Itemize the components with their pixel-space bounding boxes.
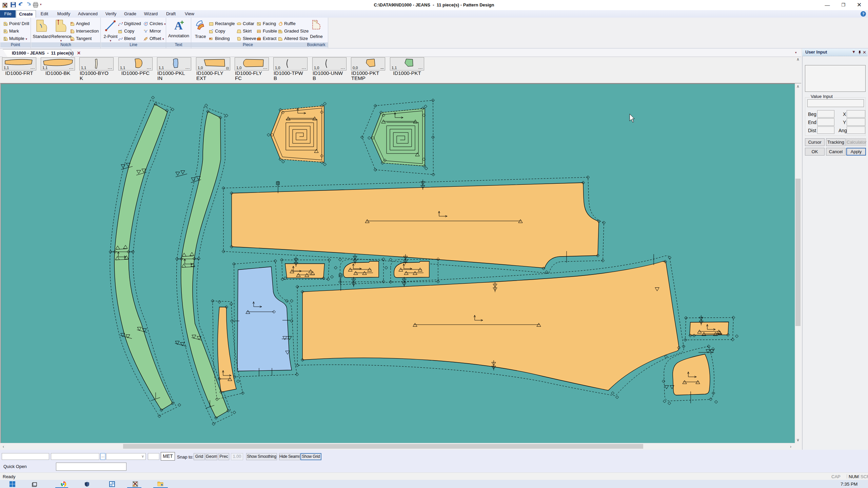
svg-text:A: A: [174, 19, 183, 32]
